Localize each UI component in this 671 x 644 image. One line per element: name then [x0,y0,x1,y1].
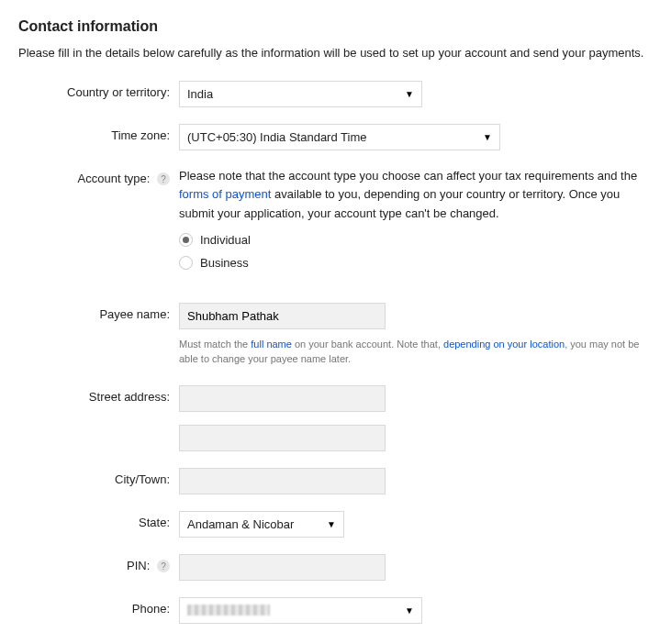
row-street-address-2 [18,425,653,451]
chevron-down-icon: ▼ [405,89,414,99]
forms-of-payment-link[interactable]: forms of payment [179,187,271,201]
row-account-type: Account type: ? Please note that the acc… [18,167,653,270]
row-country: Country or territory: India ▼ [18,81,653,107]
payee-help-mid: on your bank account. Note that, [292,339,443,350]
account-type-note: Please note that the account type you ch… [179,167,653,224]
intro-text: Please fill in the details below careful… [18,44,653,62]
phone-value-obscured [187,605,270,616]
row-city: City/Town: [18,468,653,494]
street-address-input-2[interactable] [179,425,386,451]
label-pin-text: PIN: [127,559,150,572]
full-name-link[interactable]: full name [251,339,292,350]
country-select-value: India [187,87,213,101]
timezone-select-value: (UTC+05:30) India Standard Time [187,130,366,144]
label-timezone: Time zone: [18,124,179,142]
radio-icon [179,233,193,247]
location-link[interactable]: depending on your location [443,339,565,350]
row-phone: Phone: ▼ [18,597,653,624]
label-phone: Phone: [18,597,179,616]
city-input[interactable] [179,468,386,494]
row-timezone: Time zone: (UTC+05:30) India Standard Ti… [18,124,653,150]
row-payee-name: Payee name: Must match the full name on … [18,303,653,367]
row-pin: PIN: ? [18,554,653,581]
label-pin: PIN: ? [18,554,179,573]
phone-select[interactable]: ▼ [179,597,422,624]
state-select-value: Andaman & Nicobar [187,517,294,531]
state-select[interactable]: Andaman & Nicobar ▼ [179,511,344,538]
label-country: Country or territory: [18,81,179,99]
radio-icon [179,256,193,270]
label-account-type: Account type: ? [18,167,179,186]
help-icon[interactable]: ? [157,172,170,185]
pin-input[interactable] [179,554,386,581]
label-city: City/Town: [18,468,179,486]
radio-business-label: Business [200,256,249,270]
account-type-note-pre: Please note that the account type you ch… [179,169,637,183]
country-select[interactable]: India ▼ [179,81,422,107]
label-state: State: [18,511,179,529]
radio-individual-label: Individual [200,233,251,247]
radio-individual[interactable]: Individual [179,233,653,247]
row-street-address: Street address: [18,385,653,412]
row-state: State: Andaman & Nicobar ▼ [18,511,653,538]
payee-help-text: Must match the full name on your bank ac… [179,337,653,367]
label-empty [18,425,179,429]
label-street-address: Street address: [18,385,179,404]
label-payee-name: Payee name: [18,303,179,321]
label-account-type-text: Account type: [78,172,151,185]
chevron-down-icon: ▼ [483,132,492,142]
chevron-down-icon: ▼ [327,519,336,529]
payee-help-pre: Must match the [179,339,251,350]
page-title: Contact information [18,18,653,35]
radio-business[interactable]: Business [179,256,653,270]
street-address-input-1[interactable] [179,385,386,412]
help-icon[interactable]: ? [157,560,170,572]
chevron-down-icon: ▼ [405,605,414,616]
timezone-select[interactable]: (UTC+05:30) India Standard Time ▼ [179,124,500,150]
payee-name-input[interactable] [179,303,386,329]
